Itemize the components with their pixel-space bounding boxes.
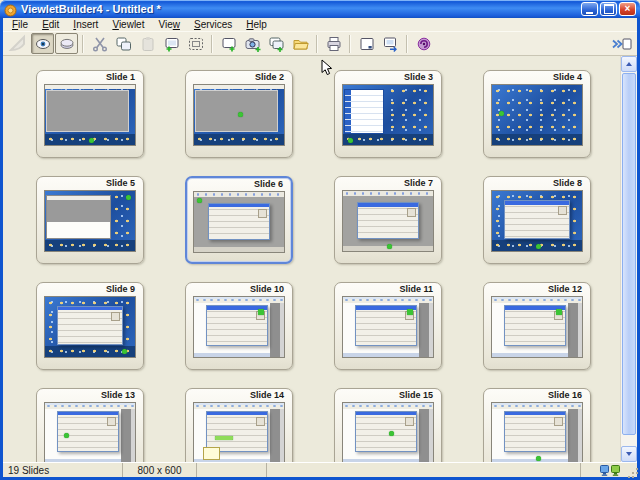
status-dimensions: 800 x 600 <box>123 463 197 477</box>
menu-file[interactable]: File <box>5 18 35 31</box>
slide-thumbnail <box>342 84 434 146</box>
scrollbar-track[interactable] <box>621 436 637 446</box>
toolbar-separator <box>82 35 84 53</box>
status-panel-empty <box>197 463 267 477</box>
slide-card-16[interactable]: Slide 16 <box>483 388 591 462</box>
thumbnail-dialog-layer <box>504 411 566 452</box>
maximize-button[interactable] <box>600 2 617 16</box>
recording-dot <box>556 309 562 315</box>
viewletcam-icon[interactable] <box>412 33 435 54</box>
slide-title: Slide 9 <box>37 283 143 296</box>
window-title: ViewletBuilder4 - Untitled * <box>21 3 581 15</box>
scroll-down-button[interactable] <box>621 446 637 462</box>
slide-title: Slide 3 <box>335 71 441 84</box>
menu-help[interactable]: Help <box>239 18 274 31</box>
slide-grid: Slide 1 Slide 2 Slide 3 Slide 4 Slide 5 … <box>3 56 620 462</box>
slide-card-6[interactable]: Slide 6 <box>185 176 293 264</box>
main-area: Slide 1 Slide 2 Slide 3 Slide 4 Slide 5 … <box>3 56 637 462</box>
slide-thumbnail <box>491 402 583 462</box>
draw-tool-icon[interactable] <box>7 33 30 54</box>
open-file-icon[interactable] <box>289 33 312 54</box>
thumbnail-dialog-layer <box>357 202 419 239</box>
thumbnail-dialog-layer <box>206 411 268 452</box>
green-monitor-icon <box>611 465 620 476</box>
app-icon <box>4 3 17 16</box>
menu-bar: FileEditInsertViewletViewServicesHelp <box>3 18 637 31</box>
duplicate-slide-icon[interactable] <box>160 33 183 54</box>
recording-dot <box>348 138 353 143</box>
sound-disc-icon[interactable] <box>55 33 78 54</box>
slide-card-13[interactable]: Slide 13 <box>36 388 144 462</box>
slide-title: Slide 13 <box>37 389 143 402</box>
menu-view[interactable]: View <box>151 18 187 31</box>
status-panel-empty <box>267 463 581 477</box>
title-bar[interactable]: ViewletBuilder4 - Untitled * × <box>0 0 640 18</box>
print-icon[interactable] <box>322 33 345 54</box>
insert-screenshot-icon[interactable] <box>241 33 264 54</box>
slide-title: Slide 14 <box>186 389 292 402</box>
slide-title: Slide 11 <box>335 283 441 296</box>
minimize-button[interactable] <box>581 2 598 16</box>
slide-properties-icon[interactable] <box>355 33 378 54</box>
slide-card-10[interactable]: Slide 10 <box>185 282 293 370</box>
recording-dot <box>126 195 131 200</box>
recording-dot <box>387 244 392 249</box>
slide-thumbnail <box>193 296 285 358</box>
toolbar-separator <box>211 35 213 53</box>
slide-card-5[interactable]: Slide 5 <box>36 176 144 264</box>
insert-blank-slide-icon[interactable] <box>217 33 240 54</box>
slide-card-15[interactable]: Slide 15 <box>334 388 442 462</box>
close-button[interactable]: × <box>619 2 636 16</box>
slide-card-12[interactable]: Slide 12 <box>483 282 591 370</box>
preview-eye-icon[interactable] <box>31 33 54 54</box>
slide-thumbnail <box>491 190 583 252</box>
selection-frame-icon[interactable] <box>184 33 207 54</box>
recording-dot <box>536 244 541 249</box>
menu-insert[interactable]: Insert <box>66 18 105 31</box>
resize-grip[interactable] <box>623 463 637 477</box>
paste-icon[interactable] <box>136 33 159 54</box>
cut-icon[interactable] <box>88 33 111 54</box>
slide-title: Slide 10 <box>186 283 292 296</box>
slide-title: Slide 7 <box>335 177 441 190</box>
slide-card-9[interactable]: Slide 9 <box>36 282 144 370</box>
slide-title: Slide 1 <box>37 71 143 84</box>
recording-dot <box>215 436 233 440</box>
slide-thumbnail <box>193 84 285 146</box>
slide-thumbnail <box>491 296 583 358</box>
slide-title: Slide 4 <box>484 71 590 84</box>
export-slide-icon[interactable] <box>379 33 402 54</box>
slide-card-1[interactable]: Slide 1 <box>36 70 144 158</box>
slide-card-2[interactable]: Slide 2 <box>185 70 293 158</box>
insert-slides-icon[interactable] <box>265 33 288 54</box>
slide-title: Slide 8 <box>484 177 590 190</box>
slide-card-4[interactable]: Slide 4 <box>483 70 591 158</box>
menu-services[interactable]: Services <box>187 18 239 31</box>
slide-thumbnail <box>44 402 136 462</box>
publish-preview-icon[interactable] <box>610 33 633 54</box>
slide-thumbnail <box>342 296 434 358</box>
slide-card-3[interactable]: Slide 3 <box>334 70 442 158</box>
recording-dot <box>407 309 413 315</box>
status-connection-icons <box>581 463 623 477</box>
slide-title: Slide 6 <box>187 178 291 191</box>
status-slide-count: 19 Slides <box>3 463 123 477</box>
slide-card-14[interactable]: Slide 14 <box>185 388 293 462</box>
slide-card-11[interactable]: Slide 11 <box>334 282 442 370</box>
vertical-scrollbar[interactable] <box>620 56 637 462</box>
slide-thumbnail <box>193 191 285 253</box>
recording-dot <box>499 111 504 116</box>
recording-dot <box>536 456 541 461</box>
slide-thumbnail <box>491 84 583 146</box>
slide-card-8[interactable]: Slide 8 <box>483 176 591 264</box>
menu-viewlet[interactable]: Viewlet <box>105 18 151 31</box>
slide-card-7[interactable]: Slide 7 <box>334 176 442 264</box>
menu-edit[interactable]: Edit <box>35 18 66 31</box>
slide-thumbnail <box>342 402 434 462</box>
recording-dot <box>197 198 202 203</box>
thumbnail-window-layer <box>46 195 111 239</box>
scroll-up-button[interactable] <box>621 56 637 72</box>
copy-icon[interactable] <box>112 33 135 54</box>
scrollbar-thumb[interactable] <box>622 73 636 435</box>
recording-dot <box>258 309 264 315</box>
